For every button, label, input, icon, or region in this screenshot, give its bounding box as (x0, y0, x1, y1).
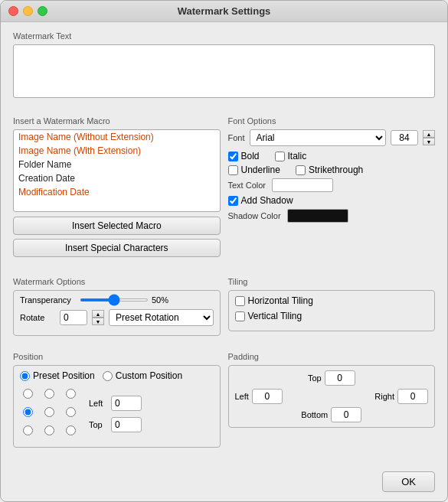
underline-checkbox[interactable] (228, 165, 238, 175)
bold-checkbox[interactable] (228, 152, 238, 161)
transparency-row: Transperancy 50% (20, 295, 214, 305)
strikethrough-checkbox-label[interactable]: Strikethrough (296, 165, 363, 175)
transparency-slider-container: 50% (80, 295, 168, 305)
window: Watermark Settings Watermark Text Insert… (0, 0, 448, 502)
shadow-color-label: Shadow Color (228, 211, 281, 220)
shadow-color-picker[interactable] (287, 209, 348, 223)
underline-label: Underline (241, 165, 280, 175)
pos-grid-mc[interactable] (44, 407, 54, 417)
padding-right-input[interactable] (397, 389, 428, 404)
maximize-button[interactable] (38, 6, 47, 16)
pos-top-label: Top (89, 420, 108, 429)
horizontal-tiling-row: Horizontal Tiling (235, 295, 429, 306)
italic-checkbox-label[interactable]: Italic (275, 151, 307, 161)
padding-right-label: Right (374, 392, 394, 401)
shadow-color-row: Shadow Color (228, 209, 436, 223)
insert-selected-macro-button[interactable]: Insert Selected Macro (13, 217, 221, 235)
transparency-value: 50% (152, 295, 168, 305)
font-select[interactable]: Arial (250, 129, 386, 146)
macro-item-1[interactable]: Image Name (With Extension) (14, 144, 220, 158)
custom-position-text: Custom Position (116, 370, 182, 381)
padding-bottom-row: Bottom (235, 407, 429, 422)
font-size-down-button[interactable]: ▼ (423, 138, 435, 145)
ok-button[interactable]: OK (382, 471, 435, 492)
bottom-bar: OK (1, 465, 447, 501)
pos-grid-tr[interactable] (66, 389, 76, 399)
strikethrough-label: Strikethrough (309, 165, 363, 175)
pos-grid-bc[interactable] (44, 425, 54, 435)
padding-left-row: Left (235, 389, 283, 404)
minimize-button[interactable] (23, 6, 33, 16)
watermark-text-label: Watermark Text (13, 31, 435, 41)
pos-grid-bl[interactable] (23, 425, 33, 435)
custom-position-radio[interactable] (103, 371, 113, 381)
preset-position-label[interactable]: Preset Position (20, 370, 95, 381)
tiling-label: Tiling (228, 277, 436, 286)
transparency-label: Transperancy (20, 295, 75, 305)
bold-checkbox-label[interactable]: Bold (228, 151, 260, 161)
italic-checkbox[interactable] (275, 152, 285, 161)
padding-top-label: Top (308, 373, 322, 383)
watermark-options-label: Watermark Options (13, 277, 221, 286)
padding-label: Padding (228, 352, 436, 361)
macro-item-4[interactable]: Modification Date (14, 185, 220, 199)
padding-top-row: Top (235, 370, 429, 386)
vertical-tiling-checkbox[interactable] (235, 311, 245, 321)
font-options-section: Font Options Font Arial 84 ▲ ▼ Bold (228, 116, 436, 269)
pos-left-input[interactable] (111, 396, 142, 411)
font-size-stepper[interactable]: ▲ ▼ (423, 130, 435, 145)
rotate-input[interactable] (60, 310, 87, 325)
macro-section-label: Insert a Watermark Macro (13, 116, 221, 126)
custom-position-label[interactable]: Custom Position (103, 370, 182, 381)
horizontal-tiling-checkbox-label[interactable]: Horizontal Tiling (235, 295, 313, 306)
pos-grid-tl[interactable] (23, 389, 33, 399)
text-color-label: Text Color (228, 181, 267, 190)
macro-item-0[interactable]: Image Name (Without Extension) (14, 130, 220, 144)
macro-item-2[interactable]: Folder Name (14, 158, 220, 171)
rotate-down-button[interactable]: ▼ (92, 318, 104, 325)
close-button[interactable] (8, 6, 18, 16)
watermark-text-input[interactable] (13, 44, 435, 98)
add-shadow-label: Add Shadow (241, 195, 293, 206)
underline-strikethrough-row: Underline Strikethrough (228, 165, 436, 175)
padding-section: Padding Top Left Right (228, 352, 436, 456)
position-radio-row: Preset Position Custom Position (20, 370, 214, 381)
rotate-stepper[interactable]: ▲ ▼ (92, 310, 104, 325)
strikethrough-checkbox[interactable] (296, 165, 306, 175)
pos-grid-ml[interactable] (23, 407, 33, 417)
padding-left-input[interactable] (252, 389, 283, 404)
main-content: Watermark Text Insert a Watermark Macro … (1, 22, 447, 465)
vertical-tiling-row: Vertical Tiling (235, 311, 429, 321)
macro-list[interactable]: Image Name (Without Extension) Image Nam… (13, 129, 221, 212)
pos-top-input[interactable] (111, 417, 142, 432)
position-grid (20, 386, 81, 438)
add-shadow-row: Add Shadow (228, 195, 436, 206)
watermark-options-section: Watermark Options Transperancy 50% Rotat… (13, 277, 221, 344)
padding-box: Top Left Right Bottom (228, 365, 436, 428)
title-bar: Watermark Settings (1, 1, 447, 22)
vertical-tiling-checkbox-label[interactable]: Vertical Tiling (235, 311, 302, 321)
pos-grid-br[interactable] (66, 425, 76, 435)
macro-item-3[interactable]: Creation Date (14, 171, 220, 185)
window-title: Watermark Settings (178, 5, 271, 17)
transparency-slider[interactable] (80, 298, 149, 302)
pos-grid-tc[interactable] (44, 389, 54, 399)
preset-rotation-select[interactable]: Preset Rotation 0° 45° 90° 135° (109, 309, 214, 326)
padding-left-label: Left (235, 392, 249, 401)
font-size-up-button[interactable]: ▲ (423, 130, 435, 138)
text-color-picker[interactable] (272, 178, 333, 192)
padding-right-row: Right (374, 389, 428, 404)
padding-top-input[interactable] (325, 370, 355, 386)
position-label: Position (13, 352, 221, 361)
padding-bottom-input[interactable] (331, 407, 361, 422)
preset-position-radio[interactable] (20, 371, 30, 381)
insert-special-characters-button[interactable]: Insert Special Characters (13, 239, 221, 257)
horizontal-tiling-checkbox[interactable] (235, 296, 245, 306)
underline-checkbox-label[interactable]: Underline (228, 165, 280, 175)
rotate-up-button[interactable]: ▲ (92, 310, 104, 318)
font-size-input[interactable]: 84 (391, 130, 418, 145)
pos-grid-mr[interactable] (66, 407, 76, 417)
add-shadow-checkbox-label[interactable]: Add Shadow (228, 195, 293, 206)
rotate-label: Rotate (20, 313, 55, 322)
add-shadow-checkbox[interactable] (228, 196, 238, 206)
